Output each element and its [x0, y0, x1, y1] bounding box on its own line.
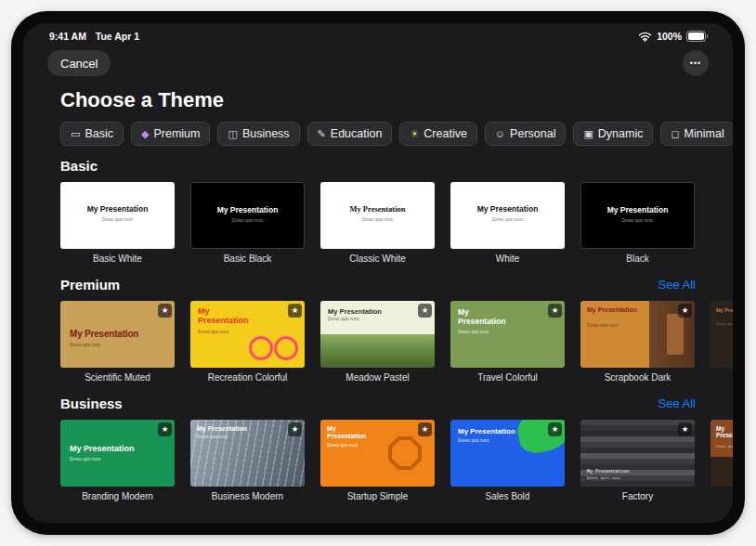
theme-preview: My PresentationDonec quis nunc★ — [320, 420, 435, 487]
category-chip-label: Basic — [85, 127, 113, 140]
preview-title: My Presentation — [60, 204, 175, 214]
minimal-category-icon: ◻ — [671, 129, 679, 139]
premium-star-badge: ★ — [678, 304, 692, 318]
theme-card[interactable]: My PresentationDonec quis nunc★Factory — [580, 420, 695, 502]
preview-subtitle: Donec quis nunc — [70, 343, 101, 347]
preview-subtitle: Donec quis nunc — [191, 218, 304, 223]
theme-preview: My PresentationDonec quis nunc — [190, 182, 305, 249]
creative-category-icon: ☀ — [410, 129, 419, 139]
ipad-device-frame: 9:41 AM Tue Apr 1 100% — [11, 11, 745, 535]
premium-star-badge: ★ — [548, 422, 562, 436]
more-options-button[interactable]: ••• — [683, 50, 709, 76]
page-title: Choose a Theme — [60, 88, 733, 112]
theme-name: Recreation Colorful — [190, 372, 305, 384]
preview-subtitle: Donec quis nunc — [458, 330, 489, 334]
theme-card[interactable]: My PresentationDonec quis nunc★Scientifi… — [60, 301, 175, 384]
theme-card[interactable]: My PresentationDonec quis nunc — [710, 301, 733, 384]
preview-subtitle: Donec quis nunc — [716, 444, 733, 448]
cancel-button[interactable]: Cancel — [47, 50, 111, 76]
category-chip-business[interactable]: ◫Business — [217, 122, 299, 146]
theme-card[interactable]: My PresentationDonec quis nunc★Branding … — [60, 420, 175, 502]
preview-subtitle: Donec quis nunc — [60, 217, 175, 222]
category-chip-basic[interactable]: ▭Basic — [60, 122, 124, 146]
theme-card[interactable]: My PresentationDonec quis nunc★Business … — [190, 420, 305, 502]
theme-name — [710, 491, 733, 502]
section-header: Premium See All — [60, 277, 696, 292]
theme-card[interactable]: My PresentationDonec quis nunc★Startup S… — [320, 420, 435, 502]
category-chips: ▭Basic◆Premium◫Business✎Education☀Creati… — [60, 122, 733, 146]
section-header: Basic — [60, 158, 696, 174]
theme-preview: My PresentationDonec quis nunc★ — [580, 420, 695, 487]
premium-star-badge: ★ — [158, 304, 172, 318]
theme-card[interactable]: My PresentationDonec quis nunc★Travel Co… — [450, 301, 565, 384]
theme-card[interactable]: My PresentationDonec quis nunc — [710, 420, 733, 502]
theme-preview: My PresentationDonec quis nunc★ — [190, 301, 305, 368]
category-chip-label: Business — [242, 127, 290, 140]
theme-preview: My PresentationDonec quis nunc — [320, 182, 435, 249]
business-category-icon: ◫ — [228, 129, 237, 139]
theme-preview: My PresentationDonec quis nunc★ — [320, 301, 435, 368]
premium-star-badge: ★ — [418, 304, 432, 318]
section-premium: Premium See All My PresentationDonec qui… — [23, 277, 733, 384]
status-date: Tue Apr 1 — [96, 31, 139, 42]
see-all-link-business[interactable]: See All — [658, 396, 696, 410]
theme-card[interactable]: My PresentationDonec quis nunc★Sales Bol… — [450, 420, 565, 502]
theme-card[interactable]: My PresentationDonec quis nuncBasic Blac… — [190, 182, 305, 265]
status-time: 9:41 AM — [49, 31, 86, 42]
theme-preview: My PresentationDonec quis nunc★ — [450, 420, 565, 487]
premium-category-icon: ◆ — [141, 129, 149, 139]
category-chip-education[interactable]: ✎Education — [307, 122, 393, 146]
theme-card[interactable]: My PresentationDonec quis nunc★Meadow Pa… — [320, 301, 435, 384]
see-all-link-premium[interactable]: See All — [658, 278, 696, 292]
section-business: Business See All My PresentationDonec qu… — [23, 396, 733, 502]
theme-name: Meadow Pastel — [320, 372, 435, 384]
preview-subtitle: Donec quis nunc — [198, 330, 229, 334]
theme-card[interactable]: My PresentationDonec quis nuncWhite — [450, 182, 565, 265]
theme-name: Business Modern — [190, 491, 305, 502]
section-title-premium: Premium — [60, 277, 120, 292]
category-chip-premium[interactable]: ◆Premium — [131, 122, 210, 146]
theme-card[interactable]: My PresentationDonec quis nunc★Recreatio… — [190, 301, 305, 384]
theme-name: Travel Colorful — [450, 372, 565, 384]
preview-subtitle: Donec quis nunc — [587, 323, 619, 328]
theme-row-basic: My PresentationDonec quis nuncBasic Whit… — [60, 182, 733, 265]
category-chip-creative[interactable]: ☀Creative — [399, 122, 476, 146]
section-title-business: Business — [60, 396, 123, 411]
education-category-icon: ✎ — [318, 129, 326, 139]
preview-title: My Presentation — [716, 425, 733, 439]
category-chip-dynamic[interactable]: ▣Dynamic — [573, 122, 653, 146]
preview-subtitle: Donec quis nunc — [587, 475, 620, 480]
preview-title: My Presentation — [581, 205, 694, 214]
category-chip-label: Education — [331, 127, 383, 140]
category-chip-label: Dynamic — [598, 127, 644, 140]
preview-subtitle: Donec quis nunc — [328, 317, 359, 321]
preview-subtitle: Donec quis nunc — [197, 435, 228, 439]
status-right: 100% — [638, 31, 709, 42]
preview-title: My Presentation — [587, 468, 629, 474]
battery-icon — [686, 31, 709, 42]
status-left: 9:41 AM Tue Apr 1 — [49, 31, 146, 42]
theme-name: Sales Bold — [450, 491, 565, 502]
preview-subtitle: Donec quis nunc — [581, 218, 694, 223]
theme-card[interactable]: My PresentationDonec quis nuncBasic Whit… — [60, 182, 175, 265]
preview-subtitle: Donec quis nunc — [458, 438, 489, 443]
category-chip-label: Creative — [424, 127, 467, 140]
basic-category-icon: ▭ — [71, 129, 80, 139]
wifi-icon — [638, 32, 652, 42]
theme-name: Black — [580, 254, 695, 265]
theme-preview: My PresentationDonec quis nunc — [710, 301, 733, 368]
preview-subtitle: Donec quis nunc — [716, 321, 733, 326]
preview-subtitle: Donec quis nunc — [320, 217, 435, 222]
theme-preview: My PresentationDonec quis nunc — [710, 420, 733, 487]
preview-title: My Presentation — [191, 205, 304, 214]
theme-name: Branding Modern — [60, 491, 175, 502]
theme-preview: My PresentationDonec quis nunc★ — [580, 301, 695, 368]
theme-card[interactable]: My PresentationDonec quis nuncClassic Wh… — [320, 182, 435, 265]
category-chip-personal[interactable]: ☺Personal — [485, 122, 567, 146]
category-chip-minimal[interactable]: ◻Minimal — [660, 122, 733, 146]
theme-card[interactable]: My PresentationDonec quis nunc★Scrapbook… — [580, 301, 695, 384]
theme-card[interactable]: My PresentationDonec quis nuncBlack — [580, 182, 695, 265]
category-chip-label: Premium — [153, 127, 200, 140]
navigation-bar: Cancel ••• — [47, 50, 709, 76]
premium-star-badge: ★ — [158, 422, 172, 436]
